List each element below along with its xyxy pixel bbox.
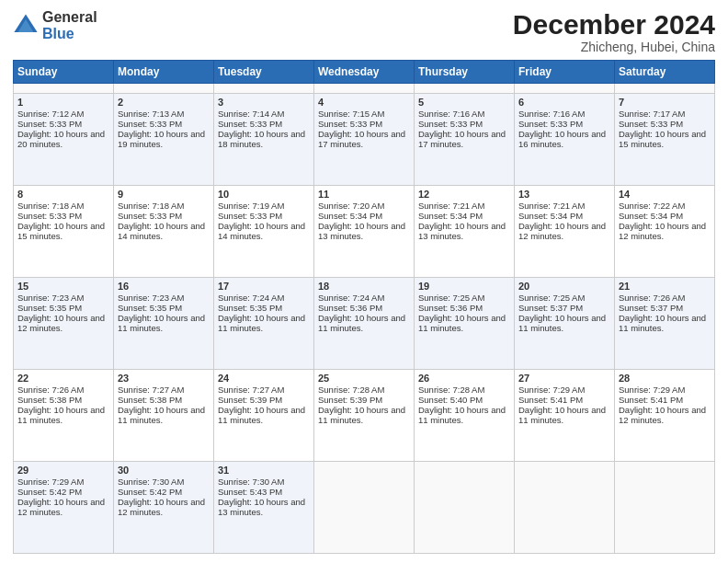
sunset-text: Sunset: 5:37 PM xyxy=(518,303,610,313)
sunrise-text: Sunrise: 7:22 AM xyxy=(619,201,711,211)
day-number: 21 xyxy=(619,281,711,292)
sunrise-text: Sunrise: 7:27 AM xyxy=(218,385,310,395)
day-number: 4 xyxy=(318,97,410,108)
sunrise-text: Sunrise: 7:28 AM xyxy=(418,385,510,395)
daylight-text: Daylight: 10 hours and 12 minutes. xyxy=(619,405,711,425)
day-number: 3 xyxy=(218,97,310,108)
day-number: 26 xyxy=(418,373,510,384)
daylight-text: Daylight: 10 hours and 11 minutes. xyxy=(418,405,510,425)
day-cell: 9Sunrise: 7:18 AMSunset: 5:33 PMDaylight… xyxy=(114,185,214,277)
sunrise-text: Sunrise: 7:24 AM xyxy=(318,293,410,303)
sunrise-text: Sunrise: 7:14 AM xyxy=(218,109,310,119)
daylight-text: Daylight: 10 hours and 11 minutes. xyxy=(318,313,410,333)
sunset-text: Sunset: 5:35 PM xyxy=(218,303,310,313)
day-cell xyxy=(14,84,114,94)
day-cell: 13Sunrise: 7:21 AMSunset: 5:34 PMDayligh… xyxy=(515,185,615,277)
week-row-3: 15Sunrise: 7:23 AMSunset: 5:35 PMDayligh… xyxy=(14,277,715,369)
day-cell xyxy=(314,84,415,94)
day-cell: 10Sunrise: 7:19 AMSunset: 5:33 PMDayligh… xyxy=(214,185,314,277)
header-row: SundayMondayTuesdayWednesdayThursdayFrid… xyxy=(14,61,715,84)
daylight-text: Daylight: 10 hours and 12 minutes. xyxy=(518,221,610,241)
sunset-text: Sunset: 5:41 PM xyxy=(518,395,610,405)
day-number: 6 xyxy=(518,97,610,108)
sunset-text: Sunset: 5:33 PM xyxy=(218,211,310,221)
daylight-text: Daylight: 10 hours and 11 minutes. xyxy=(118,313,210,333)
sunrise-text: Sunrise: 7:25 AM xyxy=(418,293,510,303)
sunset-text: Sunset: 5:36 PM xyxy=(318,303,410,313)
day-number: 23 xyxy=(118,373,210,384)
sunset-text: Sunset: 5:42 PM xyxy=(118,487,210,497)
sunrise-text: Sunrise: 7:25 AM xyxy=(518,293,610,303)
sunrise-text: Sunrise: 7:28 AM xyxy=(318,385,410,395)
daylight-text: Daylight: 10 hours and 17 minutes. xyxy=(418,129,510,149)
day-number: 13 xyxy=(518,189,610,200)
daylight-text: Daylight: 10 hours and 11 minutes. xyxy=(17,405,109,425)
day-cell: 6Sunrise: 7:16 AMSunset: 5:33 PMDaylight… xyxy=(515,93,615,185)
day-header-tuesday: Tuesday xyxy=(214,61,314,84)
daylight-text: Daylight: 10 hours and 12 minutes. xyxy=(118,497,210,517)
day-cell: 14Sunrise: 7:22 AMSunset: 5:34 PMDayligh… xyxy=(615,185,715,277)
day-cell: 2Sunrise: 7:13 AMSunset: 5:33 PMDaylight… xyxy=(114,93,214,185)
daylight-text: Daylight: 10 hours and 13 minutes. xyxy=(418,221,510,241)
day-header-thursday: Thursday xyxy=(415,61,515,84)
daylight-text: Daylight: 10 hours and 14 minutes. xyxy=(218,221,310,241)
day-cell xyxy=(615,84,715,94)
daylight-text: Daylight: 10 hours and 12 minutes. xyxy=(619,221,711,241)
day-number: 20 xyxy=(518,281,610,292)
day-header-wednesday: Wednesday xyxy=(314,61,415,84)
sunrise-text: Sunrise: 7:20 AM xyxy=(318,201,410,211)
day-cell xyxy=(214,84,314,94)
day-number: 27 xyxy=(518,373,610,384)
day-cell: 20Sunrise: 7:25 AMSunset: 5:37 PMDayligh… xyxy=(515,277,615,369)
day-number: 19 xyxy=(418,281,510,292)
day-header-sunday: Sunday xyxy=(14,61,114,84)
day-cell: 1Sunrise: 7:12 AMSunset: 5:33 PMDaylight… xyxy=(14,93,114,185)
day-cell xyxy=(615,461,715,553)
sunrise-text: Sunrise: 7:26 AM xyxy=(619,293,711,303)
sunset-text: Sunset: 5:38 PM xyxy=(17,395,109,405)
sunset-text: Sunset: 5:39 PM xyxy=(318,395,410,405)
day-cell xyxy=(114,84,214,94)
sunrise-text: Sunrise: 7:21 AM xyxy=(518,201,610,211)
day-header-monday: Monday xyxy=(114,61,214,84)
sunrise-text: Sunrise: 7:21 AM xyxy=(418,201,510,211)
calendar-table: SundayMondayTuesdayWednesdayThursdayFrid… xyxy=(13,60,715,554)
sunrise-text: Sunrise: 7:23 AM xyxy=(17,293,109,303)
week-row-4: 22Sunrise: 7:26 AMSunset: 5:38 PMDayligh… xyxy=(14,369,715,461)
sunset-text: Sunset: 5:35 PM xyxy=(118,303,210,313)
day-number: 16 xyxy=(118,281,210,292)
day-number: 2 xyxy=(118,97,210,108)
day-number: 1 xyxy=(17,97,109,108)
sunrise-text: Sunrise: 7:23 AM xyxy=(118,293,210,303)
day-cell: 5Sunrise: 7:16 AMSunset: 5:33 PMDaylight… xyxy=(415,93,515,185)
daylight-text: Daylight: 10 hours and 11 minutes. xyxy=(318,405,410,425)
day-cell xyxy=(415,84,515,94)
day-cell xyxy=(515,84,615,94)
sunset-text: Sunset: 5:35 PM xyxy=(17,303,109,313)
title-area: December 2024 Zhicheng, Hubei, China xyxy=(513,9,715,54)
day-cell: 25Sunrise: 7:28 AMSunset: 5:39 PMDayligh… xyxy=(314,369,415,461)
sunset-text: Sunset: 5:33 PM xyxy=(318,119,410,129)
sunrise-text: Sunrise: 7:16 AM xyxy=(518,109,610,119)
sunrise-text: Sunrise: 7:13 AM xyxy=(118,109,210,119)
day-cell: 16Sunrise: 7:23 AMSunset: 5:35 PMDayligh… xyxy=(114,277,214,369)
day-header-saturday: Saturday xyxy=(615,61,715,84)
sunset-text: Sunset: 5:37 PM xyxy=(619,303,711,313)
day-number: 8 xyxy=(17,189,109,200)
daylight-text: Daylight: 10 hours and 12 minutes. xyxy=(17,497,109,517)
sunset-text: Sunset: 5:33 PM xyxy=(17,119,109,129)
day-number: 25 xyxy=(318,373,410,384)
day-number: 11 xyxy=(318,189,410,200)
sunset-text: Sunset: 5:33 PM xyxy=(218,119,310,129)
daylight-text: Daylight: 10 hours and 11 minutes. xyxy=(218,405,310,425)
day-cell: 22Sunrise: 7:26 AMSunset: 5:38 PMDayligh… xyxy=(14,369,114,461)
sunrise-text: Sunrise: 7:26 AM xyxy=(17,385,109,395)
day-cell: 11Sunrise: 7:20 AMSunset: 5:34 PMDayligh… xyxy=(314,185,415,277)
day-number: 10 xyxy=(218,189,310,200)
day-cell: 4Sunrise: 7:15 AMSunset: 5:33 PMDaylight… xyxy=(314,93,415,185)
sunset-text: Sunset: 5:33 PM xyxy=(418,119,510,129)
sunrise-text: Sunrise: 7:15 AM xyxy=(318,109,410,119)
daylight-text: Daylight: 10 hours and 11 minutes. xyxy=(619,313,711,333)
day-number: 5 xyxy=(418,97,510,108)
day-number: 31 xyxy=(218,465,310,476)
